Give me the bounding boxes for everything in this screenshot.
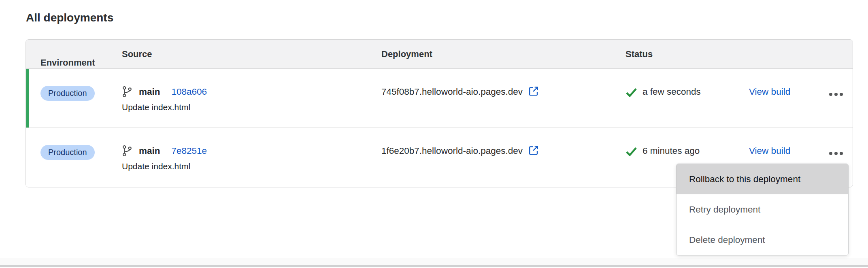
source-cell: main 108a606 Update index.html	[122, 69, 381, 128]
deployment-url: 745f08b7.helloworld-aio.pages.dev	[381, 87, 523, 97]
view-build-link[interactable]: View build	[749, 146, 790, 156]
menu-item-delete[interactable]: Delete deployment	[677, 225, 848, 255]
environment-badge: Production	[40, 145, 95, 160]
column-header-environment: Environment	[26, 40, 122, 68]
row-actions-cell	[828, 69, 853, 128]
column-header-deployment: Deployment	[381, 49, 625, 60]
environment-badge: Production	[40, 86, 95, 101]
commit-message: Update index.html	[122, 102, 381, 112]
git-branch-icon	[122, 86, 132, 98]
menu-item-retry[interactable]: Retry deployment	[677, 194, 848, 225]
table-header-row: Environment Source Deployment Status	[26, 40, 853, 69]
page-title: All deployments	[26, 11, 113, 24]
deployment-cell: 1f6e20b7.helloworld-aio.pages.dev	[381, 128, 625, 187]
table-row: Production main 108a606 Update index.htm…	[26, 69, 853, 128]
external-link-icon[interactable]	[528, 145, 539, 156]
commit-link[interactable]: 7e8251e	[172, 146, 207, 156]
external-link-icon[interactable]	[528, 86, 539, 97]
commit-link[interactable]: 108a606	[172, 87, 207, 97]
deployment-cell: 745f08b7.helloworld-aio.pages.dev	[381, 69, 625, 128]
deployment-url: 1f6e20b7.helloworld-aio.pages.dev	[381, 146, 523, 156]
git-branch-icon	[122, 145, 132, 157]
branch-name: main	[139, 87, 160, 97]
check-icon	[625, 88, 637, 97]
menu-item-rollback[interactable]: Rollback to this deployment	[677, 164, 848, 194]
branch-name: main	[139, 146, 160, 156]
status-time: 6 minutes ago	[642, 146, 700, 156]
current-deployment-marker	[26, 69, 29, 128]
commit-message: Update index.html	[122, 162, 381, 171]
column-header-source: Source	[122, 49, 381, 60]
environment-cell: Production	[26, 69, 122, 128]
row-actions-menu: Rollback to this deployment Retry deploy…	[676, 164, 849, 255]
status-cell: a few seconds	[625, 69, 749, 128]
section-divider-line	[0, 265, 868, 267]
environment-cell: Production	[26, 128, 122, 187]
check-icon	[625, 147, 637, 156]
view-build-cell: View build	[749, 69, 828, 128]
ellipsis-icon[interactable]	[828, 92, 844, 97]
status-time: a few seconds	[642, 87, 701, 97]
source-cell: main 7e8251e Update index.html	[122, 128, 381, 187]
column-header-status: Status	[625, 49, 749, 60]
section-divider-band	[0, 258, 868, 265]
ellipsis-icon[interactable]	[828, 151, 844, 156]
view-build-link[interactable]: View build	[749, 87, 790, 97]
